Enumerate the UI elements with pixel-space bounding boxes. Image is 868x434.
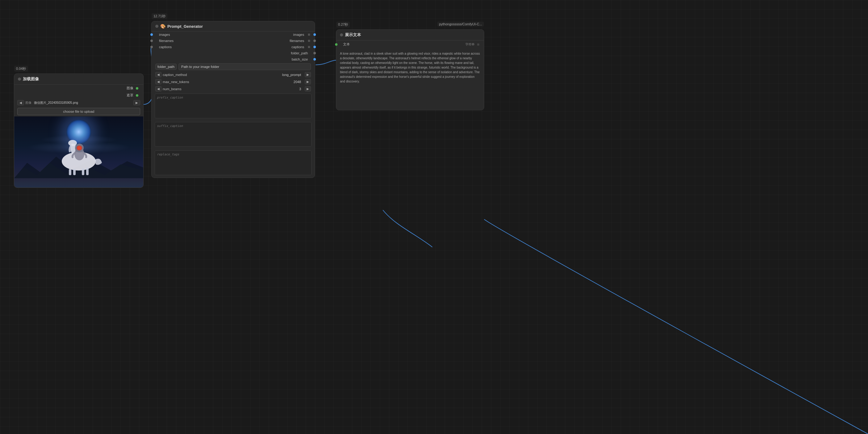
port-row-mask-out: 遮罩	[14, 92, 143, 99]
max-new-tokens-value: 2048	[192, 80, 304, 84]
load-image-title: 加载图像	[23, 76, 39, 82]
prompt-gen-node: 12.71秒 🎨 Prompt_Generator images images …	[151, 21, 315, 178]
port-row-text-in: 文本 字符串 ⊞	[336, 40, 484, 48]
port-grid-images-out: ⊞	[308, 33, 310, 36]
image-selector-label: 图像	[25, 101, 31, 105]
ports-section: images images ⊞ filenames filenames ⊞ ca…	[152, 32, 315, 62]
port-label-folder-path: folder_path	[291, 51, 308, 55]
caption-method-prev-btn[interactable]: ◀	[155, 72, 161, 77]
port-label-captions-in: captions	[159, 45, 172, 49]
display-text-header: 展示文本	[336, 30, 484, 40]
port-dot-filenames-out	[313, 39, 316, 42]
num-beams-row: ◀ num_beams 3 ▶	[152, 85, 315, 92]
image-prev-btn[interactable]: ◀	[17, 100, 24, 105]
suffix-caption-textarea[interactable]	[155, 122, 312, 147]
port-dot-images-out	[313, 33, 316, 36]
display-text-node: 0.27秒 pythongosssss/ComfyUI-C... 展示文本 文本…	[336, 29, 484, 110]
port-label-filenames-in: filenames	[159, 39, 174, 43]
port-label-image-out: 图像	[127, 86, 133, 91]
choose-file-button[interactable]: choose file to upload	[17, 108, 140, 115]
port-dot-batch-size	[313, 58, 316, 61]
folder-path-input[interactable]: Path to your image folder	[179, 63, 311, 70]
load-image-header: 加载图像	[14, 74, 143, 85]
scene-background	[14, 117, 143, 187]
svg-point-11	[77, 146, 82, 150]
caption-method-next-btn[interactable]: ▶	[305, 72, 311, 77]
display-text-top-right-label: pythongosssss/ComfyUI-C...	[437, 22, 484, 27]
port-label-images-out: images	[293, 33, 304, 36]
port-row-folder-path: folder_path	[152, 50, 315, 56]
port-dot-folder-path	[313, 52, 316, 54]
svg-rect-6	[82, 168, 84, 175]
caption-method-row: ◀ caption_method long_prompt ▶	[152, 71, 315, 78]
prompt-gen-status-dot	[155, 25, 158, 28]
port-row-batch-size: batch_size	[152, 56, 315, 62]
max-new-tokens-next-btn[interactable]: ▶	[305, 79, 311, 84]
load-image-node: 0.04秒 加载图像 图像 遮罩 ◀ 图像 微信图片_2024050318590…	[14, 73, 144, 188]
image-next-btn[interactable]: ▶	[133, 100, 140, 105]
port-dot-text-in	[335, 43, 338, 46]
port-row-images: images images ⊞	[152, 32, 315, 38]
caption-method-value: long_prompt	[189, 73, 304, 76]
image-filename: 微信图片_20240503185905.png	[34, 101, 132, 105]
num-beams-prev-btn[interactable]: ◀	[155, 86, 161, 91]
max-new-tokens-label: max_new_tokens	[163, 80, 189, 84]
prompt-gen-title: Prompt_Generator	[167, 24, 203, 29]
max-new-tokens-prev-btn[interactable]: ◀	[155, 79, 161, 84]
port-row-filenames: filenames filenames ⊞	[152, 38, 315, 44]
text-content: A lone astronaut, clad in a sleek silver…	[340, 52, 480, 83]
port-grid-captions-out: ⊞	[308, 45, 310, 49]
caption-method-label: caption_method	[163, 73, 187, 76]
port-label-captions-out: captions	[291, 45, 304, 49]
replace-tags-textarea[interactable]	[155, 150, 312, 175]
num-beams-label: num_beams	[163, 87, 182, 91]
load-image-status-dot	[18, 78, 21, 81]
svg-rect-5	[73, 169, 76, 175]
folder-path-label-btn: folder_path	[155, 64, 177, 70]
port-dot-image-out	[136, 87, 138, 90]
port-label-text: 文本	[343, 42, 350, 46]
port-label-batch-size: batch_size	[291, 58, 308, 61]
num-beams-next-btn[interactable]: ▶	[305, 86, 311, 91]
folder-path-label: folder_path	[157, 65, 175, 69]
image-preview	[14, 117, 143, 187]
port-type-string: 字符串	[465, 42, 475, 46]
load-image-timer: 0.04秒	[14, 66, 28, 72]
port-label-filenames-out: filenames	[290, 39, 304, 43]
display-text-status-dot	[340, 33, 343, 36]
svg-rect-4	[69, 169, 71, 175]
prefix-caption-textarea[interactable]	[155, 94, 312, 118]
svg-point-3	[68, 140, 77, 146]
port-dot-filenames-in	[150, 39, 153, 42]
port-label-images-in: images	[159, 33, 170, 36]
prompt-gen-timer: 12.71秒	[152, 13, 167, 19]
port-grid-filenames-out: ⊞	[308, 39, 310, 42]
num-beams-value: 3	[184, 87, 304, 91]
port-dot-captions-in	[150, 46, 153, 48]
port-row-image-out: 图像	[14, 85, 143, 92]
prompt-gen-icon: 🎨	[160, 24, 165, 29]
prompt-gen-header: 🎨 Prompt_Generator	[152, 21, 315, 32]
port-label-mask-out: 遮罩	[127, 93, 133, 98]
svg-rect-7	[86, 167, 89, 175]
max-new-tokens-row: ◀ max_new_tokens 2048 ▶	[152, 78, 315, 85]
port-dot-mask-out	[136, 94, 138, 97]
port-dot-captions-out	[313, 46, 316, 48]
port-row-captions: captions captions ⊞	[152, 44, 315, 50]
text-content-area: A lone astronaut, clad in a sleek silver…	[336, 48, 484, 110]
image-selector-row: ◀ 图像 微信图片_20240503185905.png ▶	[14, 99, 143, 106]
port-dot-images-in	[150, 33, 153, 36]
display-text-timer: 0.27秒	[336, 22, 350, 28]
display-text-title: 展示文本	[345, 32, 361, 38]
port-grid-text: ⊞	[477, 43, 479, 46]
folder-path-row: folder_path Path to your image folder	[152, 62, 315, 71]
